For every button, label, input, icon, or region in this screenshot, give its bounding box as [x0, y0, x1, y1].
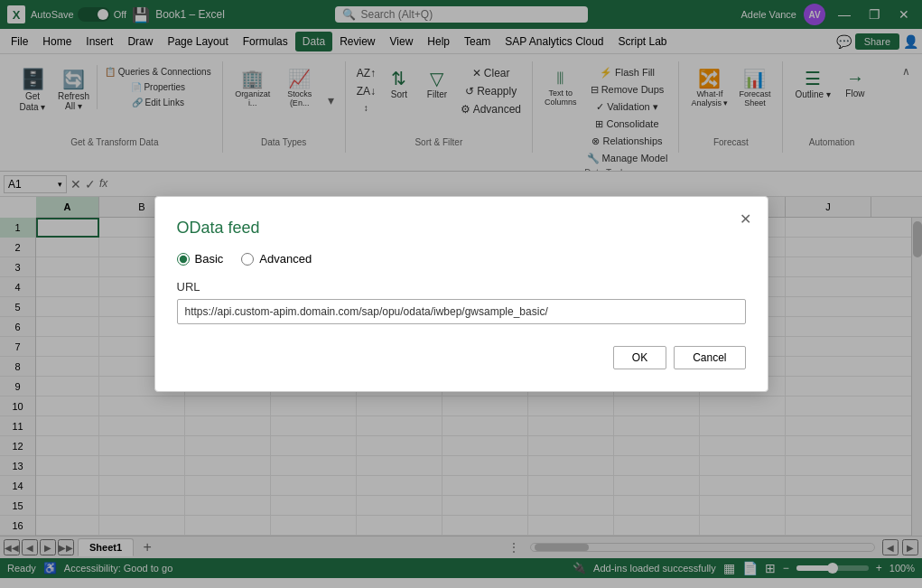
- url-field-group: URL: [177, 280, 746, 324]
- odata-feed-modal: OData feed ✕ Basic Advanced URL OK Cance…: [154, 196, 768, 392]
- cancel-button[interactable]: Cancel: [674, 346, 745, 369]
- radio-basic-label[interactable]: Basic: [177, 252, 224, 266]
- modal-close-button[interactable]: ✕: [735, 208, 757, 229]
- radio-basic[interactable]: [177, 253, 190, 266]
- modal-overlay: OData feed ✕ Basic Advanced URL OK Cance…: [0, 0, 922, 588]
- radio-advanced[interactable]: [241, 253, 254, 266]
- url-input[interactable]: [177, 299, 746, 324]
- radio-group: Basic Advanced: [177, 252, 746, 266]
- url-label: URL: [177, 280, 746, 294]
- modal-footer: OK Cancel: [177, 346, 746, 369]
- ok-button[interactable]: OK: [613, 346, 666, 369]
- radio-advanced-label[interactable]: Advanced: [241, 252, 312, 266]
- modal-title: OData feed: [177, 219, 746, 238]
